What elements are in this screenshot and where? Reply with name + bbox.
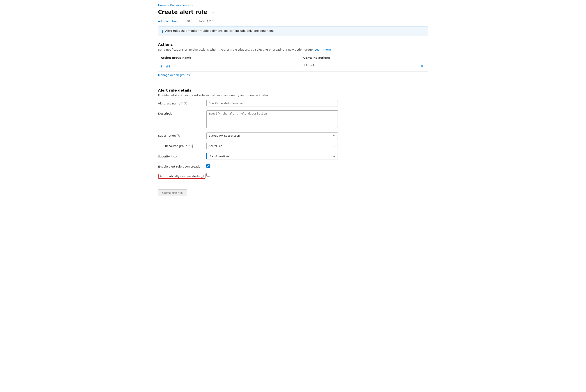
ellipsis-button[interactable]: ···	[209, 10, 215, 15]
enable-rule-checkbox[interactable]	[206, 164, 210, 168]
actions-table: Action group name Contains actions Email…	[158, 54, 428, 72]
resource-group-label: Resource group * i	[158, 143, 206, 148]
subscription-field-wrapper: Backup PM Subscription	[206, 132, 338, 139]
manage-action-groups-link[interactable]: Manage action groups	[158, 73, 190, 77]
required-star-name: *	[181, 102, 183, 105]
subscription-info-icon[interactable]: i	[177, 134, 180, 137]
add-condition-link[interactable]: Add condition	[158, 20, 178, 23]
condition-count: 28	[186, 20, 190, 23]
learn-more-link[interactable]: Learn more	[315, 48, 331, 51]
required-star-rg: *	[188, 144, 190, 148]
remove-action-group-button[interactable]: ✕	[419, 64, 425, 69]
description-label: Description	[158, 110, 206, 115]
auto-resolve-checkbox[interactable]	[206, 173, 210, 176]
alert-rule-name-label: Alert rule name * i	[158, 100, 206, 105]
col-contains-actions: Contains actions	[301, 54, 428, 61]
page-footer: Create alert rule	[158, 186, 428, 200]
page-container: Home › Backup center › Create alert rule…	[153, 0, 433, 208]
severity-label: Severity * i	[158, 153, 206, 158]
info-icon: ℹ	[162, 29, 163, 34]
enable-rule-label: Enable alert rule upon creation	[158, 163, 206, 168]
actions-section: Actions Send notifications or invoke act…	[158, 42, 428, 77]
actions-title: Actions	[158, 42, 428, 47]
required-star-severity: *	[171, 154, 172, 158]
breadcrumb-backup-center[interactable]: Backup center	[170, 4, 191, 7]
subscription-label: Subscription i	[158, 132, 206, 137]
page-title-row: Create alert rule ···	[158, 9, 428, 15]
details-desc: Provide details on your alert rule so th…	[158, 94, 428, 97]
resource-group-field-wrapper: AzureFiles	[206, 143, 338, 149]
form-grid: Alert rule name * i Description Subscrip…	[158, 100, 338, 179]
cost-bar: Add condition 28 Total $ 2.80	[158, 20, 428, 23]
action-group-actions-cell: 1 Email ✕	[301, 61, 428, 72]
description-textarea[interactable]	[206, 110, 338, 128]
breadcrumb-home[interactable]: Home	[158, 4, 167, 7]
enable-rule-checkbox-wrapper	[206, 163, 338, 168]
action-group-link[interactable]: EmailS	[161, 65, 170, 68]
resource-group-select[interactable]: AzureFiles	[206, 143, 338, 149]
auto-resolve-checkbox-wrapper	[206, 172, 338, 176]
alert-rule-details-section: Alert rule details Provide details on yo…	[158, 88, 428, 179]
auto-resolve-highlight: Automatically resolve alerts i	[158, 174, 206, 179]
breadcrumb: Home › Backup center ›	[158, 4, 428, 7]
auto-resolve-label-wrapper: Automatically resolve alerts i	[158, 172, 206, 179]
total-cost: Total $ 2.80	[199, 20, 215, 23]
auto-resolve-info-icon[interactable]: i	[201, 175, 204, 178]
info-banner-text: Alert rules that monitor multiple dimens…	[165, 29, 274, 32]
col-action-group-name: Action group name	[158, 54, 301, 61]
severity-field-wrapper: 0 - Critical 1 - Error 2 - Warning 3 - I…	[206, 153, 338, 160]
severity-select[interactable]: 0 - Critical 1 - Error 2 - Warning 3 - I…	[206, 153, 338, 160]
severity-info-icon[interactable]: i	[174, 155, 177, 158]
create-alert-rule-button[interactable]: Create alert rule	[158, 190, 187, 196]
resource-group-info-icon[interactable]: i	[191, 144, 194, 148]
alert-rule-name-field-wrapper	[206, 100, 338, 106]
description-field-wrapper	[206, 110, 338, 128]
table-row: EmailS 1 Email ✕	[158, 61, 428, 72]
action-group-name-cell: EmailS	[158, 61, 301, 72]
breadcrumb-sep-2: ›	[192, 4, 193, 7]
auto-resolve-label-text: Automatically resolve alerts	[160, 174, 200, 178]
alert-rule-name-info-icon[interactable]: i	[184, 102, 187, 105]
details-title: Alert rule details	[158, 88, 428, 92]
severity-indicator	[206, 153, 207, 160]
breadcrumb-sep-1: ›	[168, 4, 169, 7]
alert-rule-name-input[interactable]	[206, 100, 338, 106]
actions-desc: Send notifications or invoke actions whe…	[158, 48, 428, 51]
page-title: Create alert rule	[158, 9, 207, 15]
info-banner: ℹ Alert rules that monitor multiple dime…	[158, 26, 428, 36]
subscription-select[interactable]: Backup PM Subscription	[206, 132, 338, 139]
